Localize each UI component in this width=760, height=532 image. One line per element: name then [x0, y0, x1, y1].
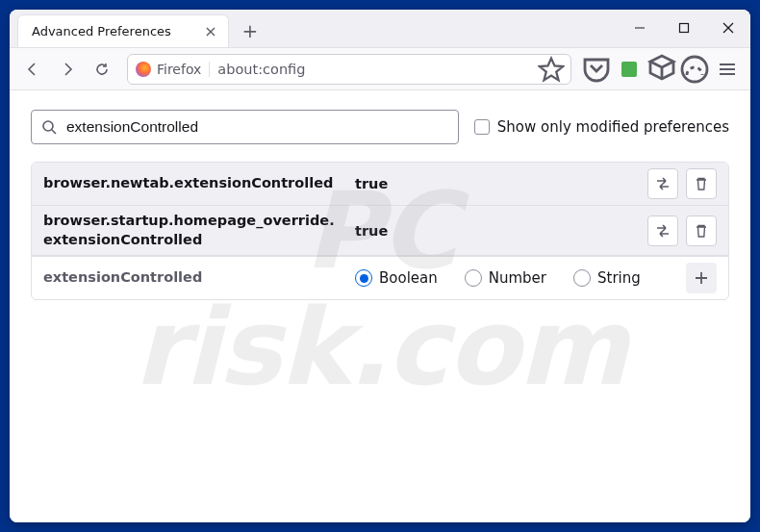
plus-icon	[694, 270, 709, 286]
url-text: about:config	[217, 62, 530, 77]
maximize-button[interactable]	[662, 10, 706, 47]
delete-button[interactable]	[686, 168, 717, 199]
radio-icon	[465, 269, 482, 287]
app-menu-button[interactable]	[712, 54, 743, 85]
add-button[interactable]	[686, 263, 717, 293]
radio-boolean[interactable]: Boolean	[355, 269, 438, 287]
show-only-modified-checkbox[interactable]: Show only modified preferences	[474, 118, 729, 136]
trash-icon	[694, 176, 709, 191]
prefs-table: browser.newtab.extensionControlled true …	[31, 162, 729, 300]
tab-strip: Advanced Preferences × +	[10, 10, 618, 47]
radio-label: Boolean	[379, 269, 438, 287]
svg-rect-1	[680, 24, 689, 33]
toolbar-icons	[581, 54, 743, 85]
pref-row[interactable]: browser.newtab.extensionControlled true	[32, 163, 728, 206]
new-pref-row[interactable]: extensionControlled Boolean Number Strin…	[32, 256, 728, 299]
firefox-icon	[136, 62, 151, 77]
type-radio-group: Boolean Number String	[349, 269, 678, 287]
account-icon[interactable]	[679, 54, 710, 85]
radio-number[interactable]: Number	[465, 269, 546, 287]
window-close-button[interactable]	[706, 10, 750, 47]
downloads-icon[interactable]	[646, 54, 677, 85]
search-row: Show only modified preferences	[31, 110, 729, 144]
toggle-button[interactable]	[647, 215, 678, 246]
reload-button[interactable]	[87, 54, 117, 85]
identity-box[interactable]: Firefox	[136, 62, 210, 77]
new-pref-name: extensionControlled	[43, 268, 342, 288]
toggle-button[interactable]	[647, 168, 678, 199]
browser-window: Advanced Preferences × +	[10, 10, 750, 522]
toggle-icon	[655, 223, 671, 239]
svg-point-4	[682, 57, 707, 82]
tab-advanced-preferences[interactable]: Advanced Preferences ×	[17, 14, 229, 47]
pref-row[interactable]: browser.startup.homepage_override.extens…	[32, 206, 728, 256]
svg-line-6	[52, 130, 56, 134]
toggle-icon	[655, 176, 671, 191]
pref-name: browser.startup.homepage_override.extens…	[43, 212, 342, 249]
search-icon	[41, 119, 57, 135]
url-bar[interactable]: Firefox about:config	[127, 54, 571, 85]
tab-label: Advanced Preferences	[32, 24, 193, 38]
search-box[interactable]	[31, 110, 459, 144]
checkbox-label: Show only modified preferences	[497, 118, 729, 136]
pref-value: true	[349, 223, 640, 239]
bookmark-star-icon[interactable]	[538, 56, 565, 83]
close-icon[interactable]: ×	[201, 22, 220, 41]
pref-value: true	[349, 176, 640, 191]
about-config-content: Show only modified preferences browser.n…	[10, 90, 750, 522]
radio-label: String	[597, 269, 641, 287]
svg-point-5	[43, 121, 53, 131]
minimize-button[interactable]	[618, 10, 662, 47]
trash-icon	[694, 223, 709, 239]
radio-string[interactable]: String	[573, 269, 641, 287]
radio-label: Number	[489, 269, 546, 287]
new-tab-button[interactable]: +	[235, 15, 266, 46]
delete-button[interactable]	[686, 215, 717, 246]
titlebar: Advanced Preferences × +	[10, 10, 750, 48]
window-controls	[618, 10, 750, 47]
hamburger-icon	[720, 63, 735, 75]
extension-icon[interactable]	[614, 54, 645, 85]
forward-button[interactable]	[52, 54, 83, 85]
identity-label: Firefox	[157, 62, 201, 77]
nav-toolbar: Firefox about:config	[10, 48, 750, 90]
pocket-icon[interactable]	[581, 54, 612, 85]
radio-icon	[573, 269, 591, 287]
radio-icon	[355, 269, 372, 287]
checkbox-icon	[474, 119, 490, 135]
pref-name: browser.newtab.extensionControlled	[43, 174, 342, 193]
back-button[interactable]	[17, 54, 48, 85]
search-input[interactable]	[66, 118, 448, 136]
